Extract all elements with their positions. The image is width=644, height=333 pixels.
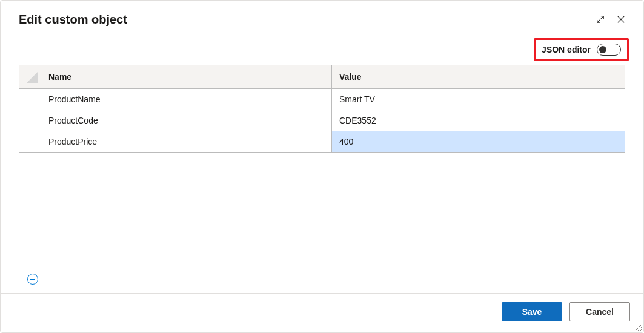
property-value-cell[interactable]: 400 — [332, 131, 625, 153]
close-icon[interactable] — [611, 9, 631, 30]
dialog-footer: Save Cancel — [1, 293, 643, 332]
cancel-button[interactable]: Cancel — [569, 302, 630, 321]
edit-custom-object-dialog: Edit custom object JSON editor — [0, 0, 644, 333]
row-selector[interactable] — [19, 110, 41, 131]
property-name-cell[interactable]: ProductCode — [41, 110, 332, 131]
json-editor-toggle-highlight: JSON editor — [534, 38, 629, 61]
expand-icon[interactable] — [590, 9, 611, 30]
dialog-title: Edit custom object — [19, 13, 590, 27]
json-editor-toggle[interactable] — [597, 44, 621, 56]
add-row-button[interactable] — [27, 274, 38, 285]
resize-handle[interactable] — [634, 323, 642, 331]
table-row: ProductCodeCDE3552 — [19, 110, 625, 131]
dialog-header: Edit custom object — [1, 1, 643, 33]
table-row: ProductPrice400 — [19, 131, 625, 153]
column-header-value[interactable]: Value — [332, 65, 625, 89]
row-selector[interactable] — [19, 89, 41, 110]
properties-grid-area: Name Value ProductNameSmart TVProductCod… — [1, 64, 643, 293]
select-all-triangle-icon — [27, 72, 38, 83]
property-name-cell[interactable]: ProductPrice — [41, 131, 332, 153]
property-name-cell[interactable]: ProductName — [41, 89, 332, 110]
properties-grid: Name Value ProductNameSmart TVProductCod… — [19, 65, 625, 153]
property-value-cell[interactable]: CDE3552 — [332, 110, 625, 131]
grid-footer — [19, 269, 625, 293]
toolbar: JSON editor — [1, 33, 643, 64]
table-row: ProductNameSmart TV — [19, 89, 625, 110]
grid-header-row: Name Value — [19, 65, 625, 89]
property-value-cell[interactable]: Smart TV — [332, 89, 625, 110]
column-header-name[interactable]: Name — [41, 65, 332, 89]
toggle-thumb — [599, 46, 606, 53]
grid-select-all[interactable] — [19, 65, 41, 89]
json-editor-label: JSON editor — [542, 45, 591, 54]
save-button[interactable]: Save — [502, 302, 562, 321]
svg-line-2 — [640, 329, 642, 331]
row-selector[interactable] — [19, 131, 41, 153]
